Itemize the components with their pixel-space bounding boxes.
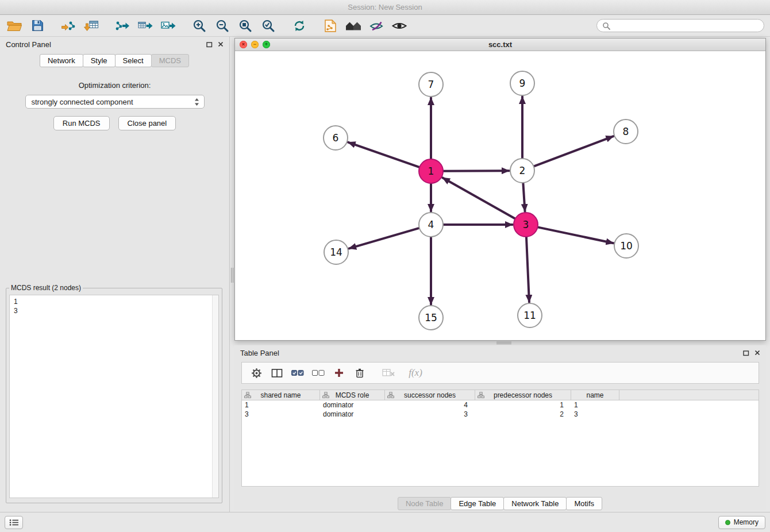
tab-style[interactable]: Style	[83, 54, 116, 67]
show-button[interactable]	[390, 17, 409, 35]
import-network-button[interactable]	[59, 17, 78, 35]
zoom-out-button[interactable]	[213, 17, 232, 35]
graph-edge-2-8[interactable]	[534, 136, 614, 166]
refresh-button[interactable]	[290, 17, 309, 35]
cell-name[interactable]: 3	[571, 410, 619, 419]
column-header-shared-name[interactable]: shared name	[242, 390, 320, 400]
zoom-selected-button[interactable]	[259, 17, 278, 35]
cell-mcds-role[interactable]: dominator	[320, 400, 385, 410]
table-row[interactable]: 3 dominator 3 2 3	[242, 410, 759, 419]
hide-button[interactable]	[367, 17, 386, 35]
column-header-mcds-role[interactable]: MCDS role	[320, 390, 385, 400]
memory-button[interactable]: Memory	[718, 516, 765, 529]
criterion-select[interactable]: strongly connected component	[25, 95, 205, 109]
graph-node-11[interactable]: 11	[518, 303, 542, 327]
graph-edge-1-6[interactable]	[348, 142, 419, 167]
deselect-all-button[interactable]	[310, 364, 327, 381]
table-settings-button[interactable]	[248, 364, 265, 381]
graph-edge-2-3[interactable]	[523, 183, 525, 211]
graph-edge-3-1[interactable]	[442, 178, 515, 218]
graph-edge-3-10[interactable]	[538, 227, 614, 243]
export-network-button[interactable]	[113, 17, 132, 35]
control-panel: Control Panel Network Style Select	[0, 37, 230, 512]
export-image-button[interactable]	[159, 17, 178, 35]
graph-node-8[interactable]: 8	[614, 119, 638, 144]
table-header: shared name MCDS role successor nodes pr…	[242, 390, 759, 400]
cell-shared-name[interactable]: 3	[242, 410, 320, 419]
minimize-window-button[interactable]: −	[251, 41, 259, 48]
column-header-successor-nodes[interactable]: successor nodes	[385, 390, 475, 400]
zoom-fit-button[interactable]	[236, 17, 255, 35]
network-graph[interactable]: 7968124314101511	[235, 52, 765, 340]
zoom-in-button[interactable]	[190, 17, 209, 35]
result-scrollbar[interactable]	[212, 295, 218, 498]
splitter-grip	[496, 342, 511, 344]
fx-icon: f(x)	[409, 367, 422, 379]
graph-node-2[interactable]: 2	[510, 159, 534, 183]
open-button[interactable]	[5, 17, 24, 35]
graph-node-9[interactable]: 9	[510, 71, 534, 95]
delete-column-button[interactable]	[351, 364, 368, 381]
horizontal-splitter[interactable]	[234, 341, 766, 345]
network-window-titlebar[interactable]: scc.txt × − +	[235, 38, 765, 51]
network-file-button[interactable]	[321, 17, 340, 35]
cell-name[interactable]: 1	[571, 400, 619, 410]
float-panel-button[interactable]	[206, 41, 213, 48]
tab-select[interactable]: Select	[115, 54, 152, 67]
graph-node-10[interactable]: 10	[614, 234, 638, 258]
graph-node-1[interactable]: 1	[419, 159, 443, 183]
tab-edge-table[interactable]: Edge Table	[451, 497, 504, 510]
search-input[interactable]	[613, 21, 759, 30]
cell-shared-name[interactable]: 1	[242, 400, 320, 410]
cell-predecessor-nodes[interactable]: 1	[475, 400, 571, 410]
cell-successor-nodes[interactable]: 4	[385, 400, 475, 410]
task-history-button[interactable]	[5, 516, 23, 529]
tab-network-table[interactable]: Network Table	[503, 497, 567, 510]
save-button[interactable]	[28, 17, 47, 35]
graph-node-4[interactable]: 4	[419, 213, 443, 237]
svg-text:3: 3	[523, 219, 529, 230]
tab-mcds[interactable]: MCDS	[151, 54, 189, 67]
close-window-button[interactable]: ×	[240, 41, 247, 48]
export-table-button[interactable]	[136, 17, 155, 35]
column-type-icon	[322, 392, 329, 399]
tab-motifs[interactable]: Motifs	[566, 497, 602, 510]
show-columns-button[interactable]	[268, 364, 286, 381]
tab-node-table[interactable]: Node Table	[398, 497, 452, 510]
plus-icon	[334, 368, 344, 378]
home-button[interactable]	[344, 17, 363, 35]
float-table-panel-button[interactable]	[743, 350, 749, 356]
search-icon	[602, 22, 610, 30]
cell-successor-nodes[interactable]: 3	[385, 410, 475, 419]
graph-edge-3-11[interactable]	[526, 237, 529, 302]
graph-edge-1-2[interactable]	[443, 171, 509, 171]
result-item[interactable]: 3	[14, 306, 214, 315]
float-icon	[206, 41, 213, 48]
graph-node-6[interactable]: 6	[324, 126, 348, 150]
column-header-predecessor-nodes[interactable]: predecessor nodes	[475, 390, 571, 400]
maximize-window-button[interactable]: +	[263, 41, 270, 48]
graph-node-15[interactable]: 15	[419, 306, 443, 330]
cell-predecessor-nodes[interactable]: 2	[475, 410, 571, 419]
run-mcds-button[interactable]: Run MCDS	[53, 116, 110, 130]
table-row[interactable]: 1 dominator 4 1 1	[242, 400, 759, 410]
close-table-panel-button[interactable]	[754, 350, 760, 356]
close-panel-pushbutton[interactable]: Close panel	[118, 116, 176, 130]
graph-node-14[interactable]: 14	[324, 240, 348, 264]
column-header-name[interactable]: name	[571, 390, 619, 400]
graph-node-7[interactable]: 7	[419, 72, 443, 97]
memory-status-icon	[725, 520, 730, 525]
cell-mcds-role[interactable]: dominator	[320, 410, 385, 419]
mcds-result-list[interactable]: 1 3	[9, 295, 219, 498]
graph-node-3[interactable]: 3	[514, 213, 538, 237]
search-field[interactable]	[596, 19, 764, 32]
vertical-splitter[interactable]	[230, 37, 234, 512]
tab-network[interactable]: Network	[40, 54, 83, 67]
close-panel-button[interactable]	[218, 41, 224, 47]
result-item[interactable]: 1	[14, 297, 214, 306]
graph-edge-4-14[interactable]	[349, 228, 419, 249]
add-column-button[interactable]	[330, 364, 348, 381]
import-table-button[interactable]	[82, 17, 101, 35]
select-all-button[interactable]	[289, 364, 306, 381]
network-view[interactable]: 7968124314101511	[235, 52, 765, 340]
